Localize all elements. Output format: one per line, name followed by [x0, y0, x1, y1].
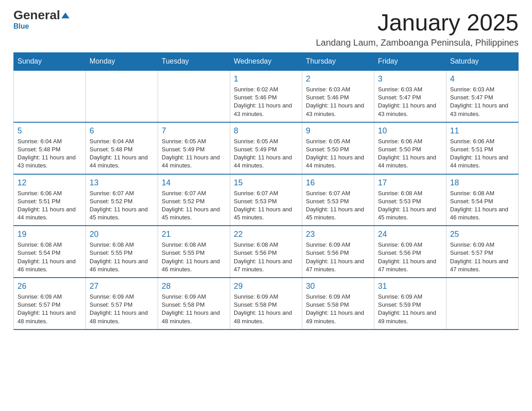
table-row: 17Sunrise: 6:08 AM Sunset: 5:53 PM Dayli… — [374, 174, 446, 226]
calendar-week-row: 12Sunrise: 6:06 AM Sunset: 5:51 PM Dayli… — [14, 174, 519, 226]
table-row: 28Sunrise: 6:09 AM Sunset: 5:58 PM Dayli… — [158, 278, 230, 330]
calendar-week-row: 19Sunrise: 6:08 AM Sunset: 5:54 PM Dayli… — [14, 226, 519, 278]
table-row: 19Sunrise: 6:08 AM Sunset: 5:54 PM Dayli… — [14, 226, 86, 278]
day-number: 10 — [378, 126, 442, 136]
day-number: 1 — [234, 74, 298, 84]
day-info: Sunrise: 6:04 AM Sunset: 5:48 PM Dayligh… — [90, 137, 154, 170]
month-title: January 2025 — [316, 9, 519, 36]
table-row: 16Sunrise: 6:07 AM Sunset: 5:53 PM Dayli… — [302, 174, 374, 226]
day-info: Sunrise: 6:08 AM Sunset: 5:54 PM Dayligh… — [450, 189, 515, 222]
logo-brand: General — [13, 9, 69, 21]
day-number: 20 — [90, 230, 154, 239]
day-number: 22 — [234, 230, 298, 239]
day-number: 26 — [17, 282, 82, 291]
table-row: 10Sunrise: 6:06 AM Sunset: 5:50 PM Dayli… — [374, 122, 446, 174]
calendar-week-row: 5Sunrise: 6:04 AM Sunset: 5:48 PM Daylig… — [14, 122, 519, 174]
day-info: Sunrise: 6:09 AM Sunset: 5:56 PM Dayligh… — [306, 241, 370, 274]
day-info: Sunrise: 6:03 AM Sunset: 5:47 PM Dayligh… — [450, 86, 515, 118]
day-info: Sunrise: 6:09 AM Sunset: 5:58 PM Dayligh… — [162, 293, 226, 325]
day-info: Sunrise: 6:09 AM Sunset: 5:57 PM Dayligh… — [90, 293, 154, 325]
table-row: 7Sunrise: 6:05 AM Sunset: 5:49 PM Daylig… — [158, 122, 230, 174]
day-number: 5 — [17, 126, 82, 136]
table-row: 12Sunrise: 6:06 AM Sunset: 5:51 PM Dayli… — [14, 174, 86, 226]
table-row: 21Sunrise: 6:08 AM Sunset: 5:55 PM Dayli… — [158, 226, 230, 278]
day-info: Sunrise: 6:07 AM Sunset: 5:53 PM Dayligh… — [234, 189, 298, 222]
location-subtitle: Landang Laum, Zamboanga Peninsula, Phili… — [316, 38, 519, 48]
table-row: 22Sunrise: 6:08 AM Sunset: 5:56 PM Dayli… — [230, 226, 302, 278]
day-number: 29 — [234, 282, 298, 291]
day-info: Sunrise: 6:03 AM Sunset: 5:47 PM Dayligh… — [378, 86, 442, 118]
table-row: 18Sunrise: 6:08 AM Sunset: 5:54 PM Dayli… — [446, 174, 519, 226]
day-number: 2 — [306, 74, 370, 84]
col-sunday: Sunday — [14, 53, 86, 71]
day-number: 14 — [162, 178, 226, 188]
table-row — [158, 70, 230, 122]
table-row: 24Sunrise: 6:09 AM Sunset: 5:56 PM Dayli… — [374, 226, 446, 278]
day-info: Sunrise: 6:05 AM Sunset: 5:49 PM Dayligh… — [234, 137, 298, 170]
day-info: Sunrise: 6:06 AM Sunset: 5:50 PM Dayligh… — [378, 137, 442, 170]
day-info: Sunrise: 6:09 AM Sunset: 5:59 PM Dayligh… — [378, 293, 442, 325]
calendar-week-row: 26Sunrise: 6:09 AM Sunset: 5:57 PM Dayli… — [14, 278, 519, 330]
day-number: 12 — [17, 178, 82, 188]
day-number: 31 — [378, 282, 442, 291]
table-row: 20Sunrise: 6:08 AM Sunset: 5:55 PM Dayli… — [86, 226, 158, 278]
day-number: 11 — [450, 126, 515, 136]
day-number: 4 — [450, 74, 515, 84]
table-row: 26Sunrise: 6:09 AM Sunset: 5:57 PM Dayli… — [14, 278, 86, 330]
day-info: Sunrise: 6:08 AM Sunset: 5:53 PM Dayligh… — [378, 189, 442, 222]
col-tuesday: Tuesday — [158, 53, 230, 71]
day-info: Sunrise: 6:02 AM Sunset: 5:46 PM Dayligh… — [234, 86, 298, 118]
table-row: 14Sunrise: 6:07 AM Sunset: 5:52 PM Dayli… — [158, 174, 230, 226]
table-row: 31Sunrise: 6:09 AM Sunset: 5:59 PM Dayli… — [374, 278, 446, 330]
day-number: 23 — [306, 230, 370, 239]
day-info: Sunrise: 6:06 AM Sunset: 5:51 PM Dayligh… — [17, 189, 82, 222]
day-info: Sunrise: 6:09 AM Sunset: 5:57 PM Dayligh… — [450, 241, 515, 274]
day-info: Sunrise: 6:05 AM Sunset: 5:49 PM Dayligh… — [162, 137, 226, 170]
day-number: 6 — [90, 126, 154, 136]
day-number: 27 — [90, 282, 154, 291]
table-row: 25Sunrise: 6:09 AM Sunset: 5:57 PM Dayli… — [446, 226, 519, 278]
calendar-header-row: Sunday Monday Tuesday Wednesday Thursday… — [14, 53, 519, 71]
table-row: 23Sunrise: 6:09 AM Sunset: 5:56 PM Dayli… — [302, 226, 374, 278]
day-info: Sunrise: 6:07 AM Sunset: 5:53 PM Dayligh… — [306, 189, 370, 222]
table-row: 11Sunrise: 6:06 AM Sunset: 5:51 PM Dayli… — [446, 122, 519, 174]
table-row: 27Sunrise: 6:09 AM Sunset: 5:57 PM Dayli… — [86, 278, 158, 330]
page-header: General Blue January 2025 Landang Laum, … — [13, 9, 519, 48]
day-number: 19 — [17, 230, 82, 239]
table-row: 4Sunrise: 6:03 AM Sunset: 5:47 PM Daylig… — [446, 70, 519, 122]
day-number: 28 — [162, 282, 226, 291]
col-saturday: Saturday — [446, 53, 519, 71]
day-info: Sunrise: 6:08 AM Sunset: 5:55 PM Dayligh… — [90, 241, 154, 274]
day-number: 17 — [378, 178, 442, 188]
logo-blue: Blue — [13, 22, 29, 30]
logo: General Blue — [13, 9, 69, 30]
day-info: Sunrise: 6:08 AM Sunset: 5:55 PM Dayligh… — [162, 241, 226, 274]
table-row: 9Sunrise: 6:05 AM Sunset: 5:50 PM Daylig… — [302, 122, 374, 174]
table-row: 13Sunrise: 6:07 AM Sunset: 5:52 PM Dayli… — [86, 174, 158, 226]
day-number: 24 — [378, 230, 442, 239]
table-row — [14, 70, 86, 122]
table-row: 5Sunrise: 6:04 AM Sunset: 5:48 PM Daylig… — [14, 122, 86, 174]
table-row: 1Sunrise: 6:02 AM Sunset: 5:46 PM Daylig… — [230, 70, 302, 122]
day-number: 8 — [234, 126, 298, 136]
table-row: 29Sunrise: 6:09 AM Sunset: 5:58 PM Dayli… — [230, 278, 302, 330]
day-info: Sunrise: 6:04 AM Sunset: 5:48 PM Dayligh… — [17, 137, 82, 170]
day-info: Sunrise: 6:09 AM Sunset: 5:57 PM Dayligh… — [17, 293, 82, 325]
table-row: 30Sunrise: 6:09 AM Sunset: 5:58 PM Dayli… — [302, 278, 374, 330]
table-row: 2Sunrise: 6:03 AM Sunset: 5:46 PM Daylig… — [302, 70, 374, 122]
table-row: 8Sunrise: 6:05 AM Sunset: 5:49 PM Daylig… — [230, 122, 302, 174]
col-wednesday: Wednesday — [230, 53, 302, 71]
day-number: 21 — [162, 230, 226, 239]
table-row: 15Sunrise: 6:07 AM Sunset: 5:53 PM Dayli… — [230, 174, 302, 226]
day-number: 3 — [378, 74, 442, 84]
col-thursday: Thursday — [302, 53, 374, 71]
day-number: 13 — [90, 178, 154, 188]
day-info: Sunrise: 6:07 AM Sunset: 5:52 PM Dayligh… — [162, 189, 226, 222]
day-info: Sunrise: 6:03 AM Sunset: 5:46 PM Dayligh… — [306, 86, 370, 118]
calendar-table: Sunday Monday Tuesday Wednesday Thursday… — [13, 52, 519, 330]
day-number: 15 — [234, 178, 298, 188]
day-info: Sunrise: 6:08 AM Sunset: 5:56 PM Dayligh… — [234, 241, 298, 274]
day-info: Sunrise: 6:09 AM Sunset: 5:56 PM Dayligh… — [378, 241, 442, 274]
day-info: Sunrise: 6:07 AM Sunset: 5:52 PM Dayligh… — [90, 189, 154, 222]
day-info: Sunrise: 6:05 AM Sunset: 5:50 PM Dayligh… — [306, 137, 370, 170]
